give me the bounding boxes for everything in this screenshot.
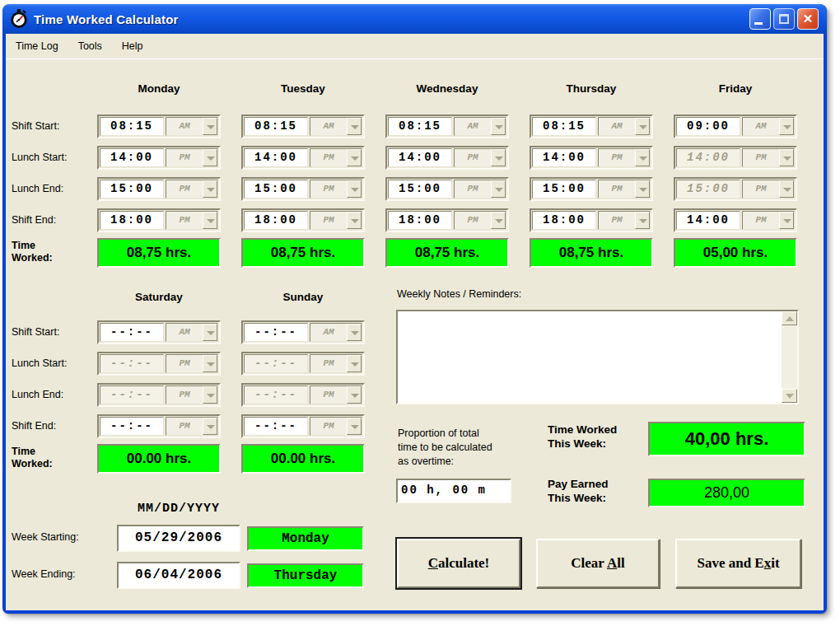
chevron-down-icon[interactable] (203, 418, 217, 435)
meridiem-combo[interactable]: PM (166, 211, 218, 230)
meridiem-combo[interactable]: PM (598, 211, 651, 230)
meridiem-combo[interactable]: PM (166, 385, 218, 404)
time-input[interactable]: --:-- (244, 417, 308, 436)
maximize-button[interactable] (773, 8, 795, 30)
meridiem-combo[interactable]: AM (742, 117, 795, 136)
meridiem-combo[interactable]: PM (310, 354, 362, 373)
time-input[interactable]: 08:15 (100, 117, 164, 136)
chevron-down-icon[interactable] (635, 180, 650, 198)
time-input[interactable]: 18:00 (532, 211, 596, 230)
chevron-down-icon[interactable] (779, 118, 794, 135)
chevron-down-icon[interactable] (347, 118, 362, 135)
meridiem-combo[interactable]: AM (166, 323, 218, 342)
titlebar[interactable]: Time Worked Calculator ✕ (2, 4, 827, 34)
chevron-down-icon[interactable] (203, 355, 217, 372)
meridiem-combo[interactable]: PM (742, 148, 795, 167)
meridiem-combo[interactable]: PM (454, 148, 506, 167)
chevron-down-icon[interactable] (347, 149, 362, 166)
notes-scrollbar[interactable] (782, 311, 797, 403)
menu-tools[interactable]: Tools (68, 34, 112, 58)
week-starting-input[interactable]: 05/29/2006 (117, 525, 240, 552)
chevron-down-icon[interactable] (347, 212, 362, 229)
chevron-down-icon[interactable] (203, 149, 217, 166)
meridiem-combo[interactable]: PM (742, 211, 795, 230)
meridiem-combo[interactable]: PM (310, 385, 362, 404)
meridiem-combo[interactable]: AM (454, 117, 506, 136)
meridiem-combo[interactable]: PM (310, 417, 362, 436)
time-input[interactable]: --:-- (244, 385, 308, 404)
minimize-button[interactable] (749, 8, 771, 30)
week-ending-input[interactable]: 06/04/2006 (117, 562, 240, 589)
scroll-up-button[interactable] (782, 311, 797, 325)
meridiem-combo[interactable]: AM (598, 117, 651, 136)
chevron-down-icon[interactable] (347, 386, 362, 404)
meridiem-combo[interactable]: PM (598, 180, 651, 199)
meridiem-combo[interactable]: AM (310, 117, 362, 136)
time-input[interactable]: 15:00 (388, 180, 452, 199)
time-input[interactable]: --:-- (100, 354, 164, 373)
weekly-notes-input[interactable] (398, 311, 782, 403)
chevron-down-icon[interactable] (491, 149, 506, 166)
meridiem-combo[interactable]: AM (166, 117, 218, 136)
time-input[interactable]: 08:15 (532, 117, 596, 136)
time-input[interactable]: 15:00 (532, 180, 596, 199)
time-input[interactable]: --:-- (244, 323, 308, 342)
scroll-down-button[interactable] (782, 389, 797, 403)
time-input[interactable]: 14:00 (532, 148, 596, 167)
time-input[interactable]: 14:00 (676, 211, 740, 230)
time-input[interactable]: 15:00 (100, 180, 164, 199)
time-input[interactable]: 09:00 (676, 117, 740, 136)
time-input[interactable]: 14:00 (100, 148, 164, 167)
scroll-track[interactable] (782, 325, 797, 389)
menu-time-log[interactable]: Time Log (6, 34, 68, 58)
chevron-down-icon[interactable] (491, 212, 506, 229)
chevron-down-icon[interactable] (779, 149, 794, 166)
chevron-down-icon[interactable] (779, 180, 794, 198)
chevron-down-icon[interactable] (779, 212, 794, 229)
chevron-down-icon[interactable] (203, 212, 217, 229)
chevron-down-icon[interactable] (635, 118, 650, 135)
meridiem-combo[interactable]: PM (166, 354, 218, 373)
meridiem-combo[interactable]: PM (310, 211, 362, 230)
calculate-button[interactable]: Calculate! (397, 539, 520, 588)
meridiem-combo[interactable]: PM (166, 180, 218, 199)
meridiem-combo[interactable]: PM (166, 148, 218, 167)
meridiem-combo[interactable]: PM (454, 180, 506, 199)
chevron-down-icon[interactable] (347, 324, 362, 341)
chevron-down-icon[interactable] (491, 118, 506, 135)
overtime-input[interactable]: 00 h, 00 m (396, 479, 511, 503)
chevron-down-icon[interactable] (203, 324, 217, 341)
time-input[interactable]: --:-- (100, 385, 164, 404)
time-input[interactable]: --:-- (100, 323, 164, 342)
meridiem-combo[interactable]: AM (310, 323, 362, 342)
meridiem-combo[interactable]: PM (310, 180, 362, 199)
time-input[interactable]: 14:00 (244, 148, 308, 167)
save-and-exit-button[interactable]: Save and Exit (675, 539, 801, 588)
menu-help[interactable]: Help (112, 34, 153, 58)
time-input[interactable]: --:-- (244, 354, 308, 373)
chevron-down-icon[interactable] (347, 418, 362, 435)
chevron-down-icon[interactable] (203, 180, 217, 198)
meridiem-combo[interactable]: PM (742, 180, 795, 199)
time-input[interactable]: --:-- (100, 417, 164, 436)
chevron-down-icon[interactable] (635, 212, 650, 229)
chevron-down-icon[interactable] (203, 386, 217, 404)
time-input[interactable]: 08:15 (388, 117, 452, 136)
time-input[interactable]: 14:00 (676, 148, 740, 167)
meridiem-combo[interactable]: PM (166, 417, 218, 436)
close-button[interactable]: ✕ (797, 8, 819, 30)
meridiem-combo[interactable]: PM (310, 148, 362, 167)
time-input[interactable]: 18:00 (244, 211, 308, 230)
meridiem-combo[interactable]: PM (598, 148, 651, 167)
meridiem-combo[interactable]: PM (454, 211, 506, 230)
time-input[interactable]: 15:00 (676, 180, 740, 199)
chevron-down-icon[interactable] (347, 180, 362, 198)
time-input[interactable]: 14:00 (388, 148, 452, 167)
time-input[interactable]: 18:00 (100, 211, 164, 230)
chevron-down-icon[interactable] (203, 118, 217, 135)
chevron-down-icon[interactable] (635, 149, 650, 166)
time-input[interactable]: 15:00 (244, 180, 308, 199)
time-input[interactable]: 18:00 (388, 211, 452, 230)
time-input[interactable]: 08:15 (244, 117, 308, 136)
clear-all-button[interactable]: Clear All (536, 539, 660, 588)
